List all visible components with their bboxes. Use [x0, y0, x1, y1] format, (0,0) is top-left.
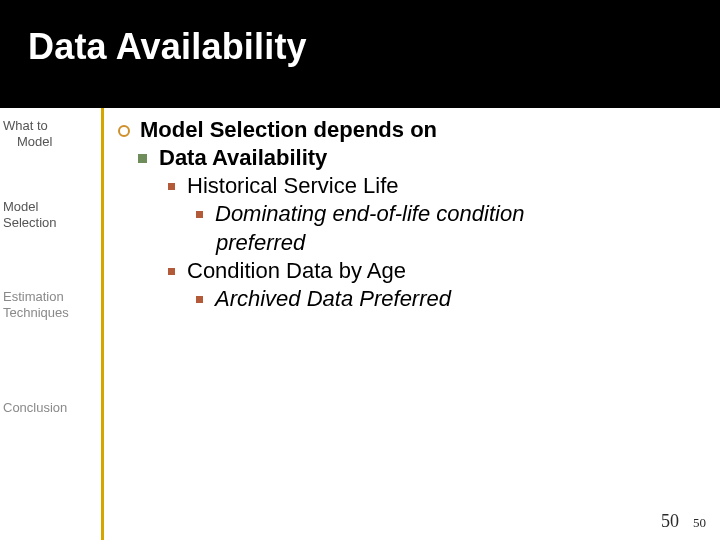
- bullet-text: Data Availability: [159, 144, 327, 172]
- nav-text: Model: [3, 134, 95, 150]
- nav-text: What to: [3, 118, 48, 133]
- small-square-bullet-icon: [168, 268, 175, 275]
- bullet-level-4-continuation: preferred: [118, 229, 700, 257]
- slide-title: Data Availability: [28, 26, 720, 68]
- bullet-text: preferred: [216, 230, 305, 255]
- bullet-text: Dominating end-of-life condition: [215, 200, 524, 228]
- page-number-small: 50: [693, 515, 706, 531]
- nav-text: Selection: [3, 215, 56, 230]
- bullet-text: Model Selection depends on: [140, 116, 437, 144]
- small-square-bullet-icon: [196, 211, 203, 218]
- hollow-circle-bullet-icon: [118, 125, 130, 137]
- title-bar: Data Availability: [0, 0, 720, 108]
- content-area: Model Selection depends on Data Availabi…: [104, 108, 720, 540]
- page-number-area: 50 50: [661, 511, 706, 532]
- bullet-level-3: Condition Data by Age: [118, 257, 700, 285]
- small-square-bullet-icon: [196, 296, 203, 303]
- nav-item-what-to-model: What to Model: [3, 118, 95, 151]
- page-number: 50: [661, 511, 679, 532]
- bullet-level-4: Dominating end-of-life condition: [118, 200, 700, 228]
- nav-item-estimation-techniques: Estimation Techniques: [3, 289, 95, 322]
- square-bullet-icon: [138, 154, 147, 163]
- nav-text: Conclusion: [3, 400, 67, 415]
- bullet-text: Historical Service Life: [187, 172, 399, 200]
- nav-item-conclusion: Conclusion: [3, 400, 95, 416]
- nav-text: Techniques: [3, 305, 69, 320]
- bullet-level-1: Model Selection depends on: [118, 116, 700, 144]
- bullet-level-4: Archived Data Preferred: [118, 285, 700, 313]
- bullet-level-2: Data Availability: [118, 144, 700, 172]
- bullet-text: Condition Data by Age: [187, 257, 406, 285]
- nav-text: Model: [3, 199, 38, 214]
- nav-text: Estimation: [3, 289, 64, 304]
- outline-sidebar: What to Model Model Selection Estimation…: [0, 108, 104, 540]
- nav-item-model-selection: Model Selection: [3, 199, 95, 232]
- small-square-bullet-icon: [168, 183, 175, 190]
- bullet-level-3: Historical Service Life: [118, 172, 700, 200]
- bullet-text: Archived Data Preferred: [215, 285, 451, 313]
- body-area: What to Model Model Selection Estimation…: [0, 108, 720, 540]
